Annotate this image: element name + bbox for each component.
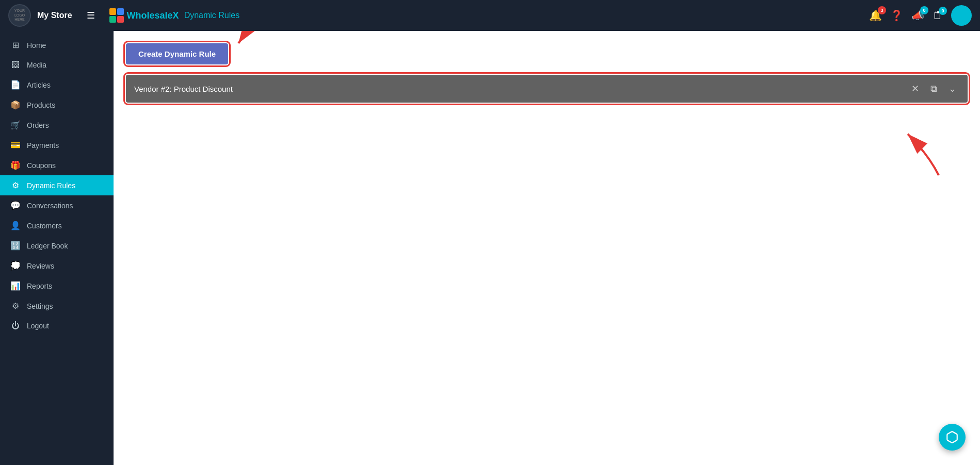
rule-title: Vendor #2: Product Discount bbox=[134, 85, 908, 93]
user-avatar[interactable] bbox=[951, 5, 972, 26]
sidebar-item-logout[interactable]: ⏻Logout bbox=[0, 316, 114, 336]
create-button-area: Create Dynamic Rule bbox=[126, 43, 228, 64]
sidebar-item-home[interactable]: ⊞Home bbox=[0, 35, 114, 55]
sidebar: ⊞Home🖼Media📄Articles📦Products🛒Orders💳Pay… bbox=[0, 31, 114, 465]
sidebar-item-articles[interactable]: 📄Articles bbox=[0, 75, 114, 95]
rule-copy-button[interactable]: ⧉ bbox=[927, 82, 940, 95]
layout: ⊞Home🖼Media📄Articles📦Products🛒Orders💳Pay… bbox=[0, 31, 980, 465]
sidebar-item-label-payments: Payments bbox=[27, 141, 59, 150]
orders-icon: 🛒 bbox=[10, 120, 21, 130]
help-button[interactable]: ❓ bbox=[890, 9, 903, 22]
cart-button[interactable]: 🗒 0 bbox=[933, 10, 943, 22]
sidebar-item-reviews[interactable]: 💭Reviews bbox=[0, 256, 114, 276]
sidebar-item-label-articles: Articles bbox=[27, 81, 51, 89]
payments-icon: 💳 bbox=[10, 140, 21, 150]
arrow-annotation-2 bbox=[887, 124, 949, 186]
products-icon: 📦 bbox=[10, 100, 21, 110]
customers-icon: 👤 bbox=[10, 221, 21, 230]
reports-icon: 📊 bbox=[10, 281, 21, 291]
brand-name-main: Wholesale bbox=[127, 10, 173, 21]
sidebar-item-settings[interactable]: ⚙Settings bbox=[0, 296, 114, 316]
sidebar-item-dynamic-rules[interactable]: ⚙Dynamic Rules bbox=[0, 175, 114, 195]
store-logo[interactable]: YOUR LOGO HERE bbox=[8, 4, 31, 27]
header: YOUR LOGO HERE My Store ☰ WholesaleX Dyn… bbox=[0, 0, 980, 31]
main-content: Create Dynamic Rule Vendor #2: Product D… bbox=[114, 31, 980, 465]
sidebar-item-label-conversations: Conversations bbox=[27, 202, 73, 210]
sidebar-item-products[interactable]: 📦Products bbox=[0, 95, 114, 115]
sidebar-item-orders[interactable]: 🛒Orders bbox=[0, 115, 114, 135]
brand-icon bbox=[109, 8, 124, 23]
sidebar-item-coupons[interactable]: 🎁Coupons bbox=[0, 155, 114, 175]
conversations-icon: 💬 bbox=[10, 201, 21, 210]
fab-icon bbox=[945, 430, 959, 444]
sidebar-item-conversations[interactable]: 💬Conversations bbox=[0, 195, 114, 215]
sidebar-item-media[interactable]: 🖼Media bbox=[0, 55, 114, 75]
sidebar-item-label-settings: Settings bbox=[27, 302, 53, 310]
sidebar-item-label-ledger-book: Ledger Book bbox=[27, 242, 68, 250]
settings-icon: ⚙ bbox=[10, 301, 21, 311]
cart-badge: 0 bbox=[939, 7, 947, 15]
brand-name-accent: X bbox=[173, 10, 179, 21]
megaphone-badge: 0 bbox=[920, 6, 928, 14]
rule-card: Vendor #2: Product Discount ✕ ⧉ ⌄ bbox=[126, 75, 968, 103]
sidebar-item-label-media: Media bbox=[27, 61, 46, 69]
sidebar-item-label-logout: Logout bbox=[27, 322, 49, 330]
sidebar-item-payments[interactable]: 💳Payments bbox=[0, 135, 114, 155]
store-name: My Store bbox=[37, 11, 72, 20]
sidebar-item-label-products: Products bbox=[27, 101, 55, 109]
notifications-badge: 3 bbox=[878, 6, 886, 14]
breadcrumb: Dynamic Rules bbox=[184, 11, 240, 20]
sidebar-item-label-coupons: Coupons bbox=[27, 161, 56, 170]
home-icon: ⊞ bbox=[10, 40, 21, 50]
media-icon: 🖼 bbox=[10, 60, 21, 70]
fab-button[interactable] bbox=[939, 424, 966, 451]
header-actions: 🔔 3 ❓ 📣 0 🗒 0 bbox=[869, 5, 972, 26]
create-dynamic-rule-button[interactable]: Create Dynamic Rule bbox=[126, 43, 228, 64]
menu-icon[interactable]: ☰ bbox=[87, 10, 95, 21]
sidebar-item-reports[interactable]: 📊Reports bbox=[0, 276, 114, 296]
sidebar-item-label-customers: Customers bbox=[27, 222, 62, 230]
sidebar-item-label-reports: Reports bbox=[27, 282, 52, 290]
articles-icon: 📄 bbox=[10, 80, 21, 90]
notifications-button[interactable]: 🔔 3 bbox=[869, 9, 882, 22]
dynamic-rules-icon: ⚙ bbox=[10, 180, 21, 190]
brand: WholesaleX Dynamic Rules bbox=[109, 8, 240, 23]
sidebar-item-ledger-book[interactable]: 🔢Ledger Book bbox=[0, 236, 114, 256]
coupons-icon: 🎁 bbox=[10, 160, 21, 170]
logout-icon: ⏻ bbox=[10, 321, 21, 330]
sidebar-item-customers[interactable]: 👤Customers bbox=[0, 215, 114, 236]
rule-card-actions: ✕ ⧉ ⌄ bbox=[908, 82, 959, 95]
brand-name: WholesaleX bbox=[127, 10, 179, 21]
sidebar-item-label-home: Home bbox=[27, 41, 46, 49]
rule-delete-button[interactable]: ✕ bbox=[908, 82, 922, 95]
sidebar-item-label-orders: Orders bbox=[27, 121, 49, 129]
ledger-book-icon: 🔢 bbox=[10, 241, 21, 251]
megaphone-button[interactable]: 📣 0 bbox=[911, 9, 924, 22]
sidebar-item-label-reviews: Reviews bbox=[27, 262, 54, 270]
logo-text: YOUR LOGO HERE bbox=[9, 9, 30, 22]
sidebar-item-label-dynamic-rules: Dynamic Rules bbox=[27, 181, 75, 190]
reviews-icon: 💭 bbox=[10, 261, 21, 271]
rule-expand-button[interactable]: ⌄ bbox=[945, 82, 959, 95]
